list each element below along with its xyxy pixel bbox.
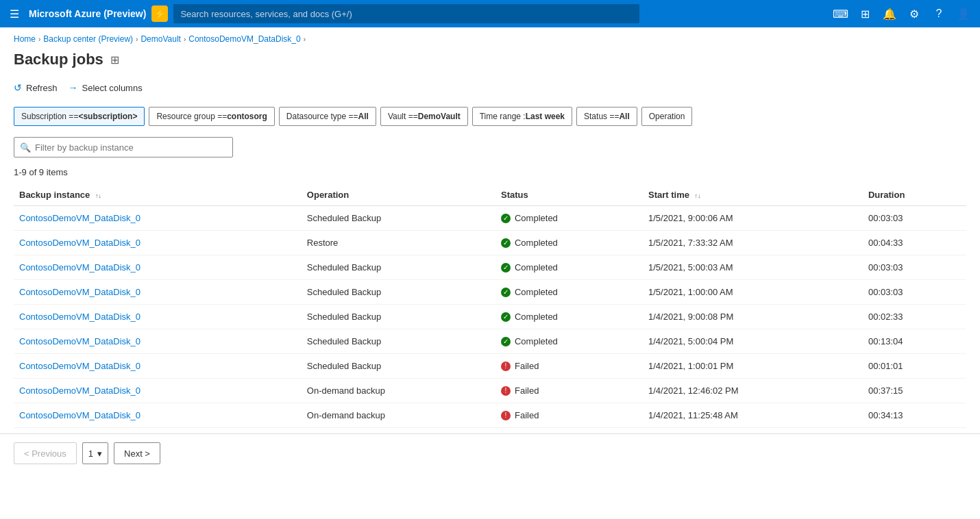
filter-resource-group[interactable]: Resource group == contosorg	[149, 107, 274, 126]
cell-start-time: 1/5/2021, 7:33:32 AM	[643, 231, 863, 255]
table-header-row: Backup instance ↑↓ Operation Status Star…	[14, 183, 966, 206]
refresh-button[interactable]: ↺ Refresh	[14, 79, 58, 96]
current-page: 1	[88, 448, 93, 459]
previous-button[interactable]: < Previous	[14, 442, 77, 464]
cell-status: ! Failed	[495, 379, 643, 403]
table-body: ContosoDemoVM_DataDisk_0 Scheduled Backu…	[14, 206, 966, 428]
filter-time-range-value: Last week	[526, 112, 565, 121]
select-columns-label: Select columns	[82, 83, 143, 93]
filter-status-value: All	[619, 112, 629, 121]
top-navigation: ☰ Microsoft Azure (Preview) ⚡ ⌨ ⊞ 🔔 ⚙ ? …	[0, 0, 980, 27]
filter-resource-group-label: Resource group ==	[156, 112, 227, 121]
breadcrumb-sep-3: ›	[184, 36, 186, 43]
backup-jobs-table: Backup instance ↑↓ Operation Status Star…	[14, 183, 966, 428]
cell-operation: Scheduled Backup	[302, 354, 495, 379]
table-row[interactable]: ContosoDemoVM_DataDisk_0 Scheduled Backu…	[14, 255, 966, 280]
page-title: Backup jobs	[14, 51, 103, 68]
copy-icon[interactable]: ⊞	[110, 53, 119, 66]
notification-icon[interactable]: 🔔	[879, 3, 901, 25]
cell-operation: On-demand backup	[302, 379, 495, 403]
status-dot: ✓	[501, 214, 511, 223]
cell-operation: Scheduled Backup	[302, 206, 495, 231]
cell-operation: Restore	[302, 231, 495, 255]
table-row[interactable]: ContosoDemoVM_DataDisk_0 Scheduled Backu…	[14, 354, 966, 379]
cell-duration: 00:03:03	[863, 280, 966, 305]
cell-start-time: 1/4/2021, 9:00:08 PM	[643, 305, 863, 329]
filter-vault[interactable]: Vault == DemoVault	[380, 107, 468, 126]
cell-status: ✓ Completed	[495, 255, 643, 280]
breadcrumb-sep-4: ›	[304, 36, 306, 43]
table-row[interactable]: ContosoDemoVM_DataDisk_0 Scheduled Backu…	[14, 280, 966, 305]
cell-duration: 00:13:04	[863, 329, 966, 354]
feedback-icon[interactable]: ⚡	[151, 5, 168, 22]
table-row[interactable]: ContosoDemoVM_DataDisk_0 Restore ✓ Compl…	[14, 231, 966, 255]
search-input[interactable]	[173, 4, 639, 23]
status-dot: !	[501, 411, 511, 420]
sort-backup-instance[interactable]: ↑↓	[95, 192, 101, 199]
toolbar: ↺ Refresh → Select columns	[0, 77, 980, 104]
filter-bar: Subscription == <subscription> Resource …	[0, 104, 980, 134]
cell-duration: 00:34:13	[863, 403, 966, 428]
table-row[interactable]: ContosoDemoVM_DataDisk_0 On-demand backu…	[14, 403, 966, 428]
help-icon[interactable]: ?	[928, 3, 950, 25]
columns-icon: →	[69, 82, 78, 93]
cell-start-time: 1/4/2021, 11:25:48 AM	[643, 403, 863, 428]
status-text: Failed	[515, 385, 539, 396]
cell-instance: ContosoDemoVM_DataDisk_0	[14, 280, 302, 305]
filter-operation[interactable]: Operation	[641, 107, 693, 126]
breadcrumb-home[interactable]: Home	[14, 34, 36, 44]
cell-instance: ContosoDemoVM_DataDisk_0	[14, 379, 302, 403]
filter-status[interactable]: Status == All	[576, 107, 637, 126]
terminal-icon[interactable]: ⌨	[829, 3, 851, 25]
cell-duration: 00:03:03	[863, 255, 966, 280]
cell-start-time: 1/5/2021, 9:00:06 AM	[643, 206, 863, 231]
filter-subscription-label: Subscription ==	[21, 112, 78, 121]
next-button[interactable]: Next >	[114, 442, 160, 464]
table-row[interactable]: ContosoDemoVM_DataDisk_0 Scheduled Backu…	[14, 329, 966, 354]
select-columns-button[interactable]: → Select columns	[69, 79, 143, 96]
status-dot: !	[501, 386, 511, 396]
settings-icon[interactable]: ⚙	[903, 3, 925, 25]
cell-instance: ContosoDemoVM_DataDisk_0	[14, 329, 302, 354]
cell-start-time: 1/5/2021, 5:00:03 AM	[643, 255, 863, 280]
filter-subscription-value: <subscription>	[78, 112, 137, 121]
search-filter-row: 🔍	[0, 134, 980, 164]
cell-status: ! Failed	[495, 403, 643, 428]
page-selector[interactable]: 1 ▾	[82, 442, 108, 464]
status-text: Completed	[515, 336, 558, 346]
backup-instance-search[interactable]	[35, 142, 227, 153]
cell-status: ✓ Completed	[495, 206, 643, 231]
portal-icon[interactable]: ⊞	[854, 3, 876, 25]
cell-operation: On-demand backup	[302, 403, 495, 428]
cell-instance: ContosoDemoVM_DataDisk_0	[14, 255, 302, 280]
account-icon[interactable]: 👤	[953, 3, 975, 25]
page-title-row: Backup jobs ⊞	[0, 48, 980, 77]
col-duration: Duration	[863, 183, 966, 206]
breadcrumb-backup-center[interactable]: Backup center (Preview)	[43, 34, 133, 44]
cell-status: ✓ Completed	[495, 231, 643, 255]
col-start-time: Start time ↑↓	[643, 183, 863, 206]
table-row[interactable]: ContosoDemoVM_DataDisk_0 Scheduled Backu…	[14, 206, 966, 231]
status-dot: ✓	[501, 312, 511, 322]
cell-operation: Scheduled Backup	[302, 305, 495, 329]
col-status: Status	[495, 183, 643, 206]
cell-instance: ContosoDemoVM_DataDisk_0	[14, 305, 302, 329]
filter-operation-label: Operation	[649, 112, 685, 121]
breadcrumb-contoso[interactable]: ContosoDemoVM_DataDisk_0	[188, 34, 300, 44]
table-row[interactable]: ContosoDemoVM_DataDisk_0 On-demand backu…	[14, 379, 966, 403]
filter-time-range[interactable]: Time range : Last week	[472, 107, 572, 126]
filter-subscription[interactable]: Subscription == <subscription>	[14, 107, 145, 126]
table-row[interactable]: ContosoDemoVM_DataDisk_0 Scheduled Backu…	[14, 305, 966, 329]
breadcrumb-sep-1: ›	[38, 36, 40, 43]
status-text: Completed	[515, 287, 558, 297]
status-dot: ✓	[501, 288, 511, 297]
filter-datasource-type[interactable]: Datasource type == All	[279, 107, 376, 126]
breadcrumb: Home › Backup center (Preview) › DemoVau…	[0, 27, 980, 48]
hamburger-menu[interactable]: ☰	[5, 5, 23, 23]
breadcrumb-demovault[interactable]: DemoVault	[140, 34, 180, 44]
col-operation-label: Operation	[307, 190, 349, 200]
previous-label: < Previous	[24, 448, 66, 459]
sort-start-time[interactable]: ↑↓	[695, 192, 701, 199]
search-icon: 🔍	[20, 142, 31, 153]
col-backup-instance-label: Backup instance	[19, 190, 90, 200]
